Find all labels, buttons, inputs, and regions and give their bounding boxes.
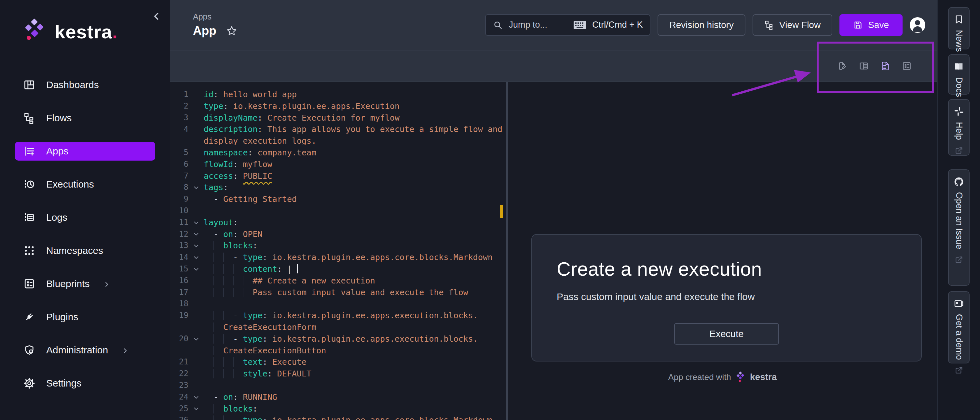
code-text: id: hello_world_app	[204, 89, 297, 100]
fold-chevron-icon[interactable]	[188, 228, 204, 240]
fold-chevron-icon[interactable]	[188, 263, 204, 275]
gutter: 13	[170, 240, 204, 252]
code-line[interactable]: 20 - type: io.kestra.plugin.ee.apps.exec…	[170, 333, 506, 345]
sidebar-item-apps[interactable]: Apps	[15, 142, 155, 160]
code-line[interactable]: 17 Pass custom input value and execute t…	[170, 287, 506, 298]
kestra-app-window: kestra. DashboardsFlowsAppsExecutionsLog…	[0, 0, 980, 420]
sidebar-item-flows[interactable]: Flows	[15, 109, 155, 127]
main-area: Apps App Jump to... Ctrl	[170, 0, 937, 420]
code-line[interactable]: 24 - on: RUNNING	[170, 391, 506, 403]
sidebar-collapse-icon[interactable]	[151, 10, 162, 22]
code-line[interactable]: 8tags:	[170, 182, 506, 193]
sidebar-item-label: Dashboards	[46, 79, 99, 90]
rail-button-open-an-issue[interactable]: Open an Issue	[948, 170, 970, 286]
sidebar-item-administration[interactable]: Administration	[15, 341, 155, 360]
search-placeholder: Jump to...	[509, 20, 547, 30]
file-edit-icon[interactable]	[837, 61, 847, 71]
code-line[interactable]: 21 text: Execute	[170, 356, 506, 368]
gutter: 17	[170, 287, 204, 298]
breadcrumb-parent[interactable]: Apps	[193, 12, 237, 21]
code-line[interactable]: 9 - Getting Started	[170, 193, 506, 205]
sidebar-item-namespaces[interactable]: Namespaces	[15, 241, 155, 260]
gutter: 12	[170, 228, 204, 240]
sidebar-item-logs[interactable]: Logs	[15, 208, 155, 227]
code-line[interactable]: 4description: This app allows you to exe…	[170, 124, 506, 135]
search-icon	[493, 20, 503, 30]
fold-chevron-icon[interactable]	[188, 403, 204, 415]
chevron-right-icon	[121, 347, 129, 355]
code-line[interactable]: 14 - type: io.kestra.plugin.ee.apps.core…	[170, 252, 506, 263]
keyboard-icon	[573, 21, 586, 30]
code-line[interactable]: 19 - type: io.kestra.plugin.ee.apps.exec…	[170, 310, 506, 322]
rail-button-help[interactable]: Help	[948, 99, 970, 156]
code-line[interactable]: 16 ## Create a new execution	[170, 275, 506, 287]
fold-chevron-icon[interactable]	[188, 240, 204, 252]
sidebar-item-plugins[interactable]: Plugins	[15, 307, 155, 326]
save-button[interactable]: Save	[840, 14, 902, 36]
app-preview-panel: Create a new execution Pass custom input…	[508, 82, 937, 420]
code-line[interactable]: 7access: PUBLIC	[170, 170, 506, 182]
gutter	[170, 345, 204, 357]
code-line[interactable]: CreateExecutionButton	[170, 345, 506, 357]
execute-button[interactable]: Execute	[674, 323, 779, 345]
code-line[interactable]: 12 - on: OPEN	[170, 228, 506, 240]
split-view-icon[interactable]	[859, 61, 869, 71]
line-number: 2	[170, 100, 188, 112]
gutter: 25	[170, 403, 204, 415]
line-number: 20	[170, 333, 188, 345]
file-preview-icon[interactable]	[880, 61, 890, 71]
code-line[interactable]: 23	[170, 380, 506, 391]
rail-button-news[interactable]: News	[948, 7, 970, 49]
sidebar-item-label: Flows	[46, 113, 72, 124]
code-line[interactable]: 18	[170, 298, 506, 310]
code-line[interactable]: 3displayName: Create Execution for myflo…	[170, 112, 506, 124]
code-line[interactable]: 6flowId: myflow	[170, 158, 506, 170]
sidebar-item-label: Settings	[46, 378, 81, 389]
fold-chevron-icon[interactable]	[188, 217, 204, 228]
sidebar-item-executions[interactable]: Executions	[15, 175, 155, 194]
code-line[interactable]: 13 blocks:	[170, 240, 506, 252]
line-number: 5	[170, 147, 188, 158]
gutter: 16	[170, 275, 204, 287]
gutter: 24	[170, 391, 204, 403]
code-line[interactable]: 5namespace: company.team	[170, 147, 506, 158]
code-line[interactable]: 2type: io.kestra.plugin.ee.apps.Executio…	[170, 100, 506, 112]
sidebar-item-blueprints[interactable]: Blueprints	[15, 274, 155, 293]
user-avatar[interactable]	[910, 17, 925, 33]
line-number	[170, 345, 188, 357]
fold-chevron-icon[interactable]	[188, 182, 204, 193]
code-line[interactable]: 22 style: DEFAULT	[170, 368, 506, 380]
line-number: 1	[170, 89, 188, 100]
code-line[interactable]: 25 blocks:	[170, 403, 506, 415]
code-line[interactable]: 26 - type: io.kestra.plugin.ee.apps.core…	[170, 414, 506, 420]
code-line[interactable]: 11layout:	[170, 217, 506, 228]
fold-chevron-icon[interactable]	[188, 252, 204, 263]
code-line[interactable]: 15 content: |	[170, 263, 506, 275]
flows-icon	[24, 112, 35, 124]
view-flow-button[interactable]: View Flow	[752, 14, 832, 36]
kestra-logo-icon	[23, 19, 46, 44]
gutter: 8	[170, 182, 204, 193]
gutter	[170, 135, 204, 147]
rail-button-get-a-demo[interactable]: Get a demo	[948, 291, 970, 363]
executions-icon	[24, 179, 35, 190]
code-line[interactable]: 10	[170, 205, 506, 217]
flow-icon	[764, 20, 774, 30]
code-line[interactable]: 1id: hello_world_app	[170, 89, 506, 100]
code-line[interactable]: display execution logs.	[170, 135, 506, 147]
dashboards-icon	[24, 79, 35, 91]
code-text: - on: RUNNING	[204, 391, 277, 403]
rail-button-docs[interactable]: Docs	[948, 54, 970, 95]
code-line[interactable]: CreateExecutionForm	[170, 322, 506, 333]
sidebar-item-dashboards[interactable]: Dashboards	[15, 75, 155, 94]
app-footer: App created with kestra	[508, 372, 937, 383]
yaml-code-editor[interactable]: 1id: hello_world_app2type: io.kestra.plu…	[170, 82, 506, 420]
sidebar-item-settings[interactable]: Settings	[15, 374, 155, 393]
jump-to-search[interactable]: Jump to... Ctrl/Cmd + K	[485, 14, 651, 36]
favorite-star-icon[interactable]	[226, 25, 237, 36]
gutter: 10	[170, 205, 204, 217]
fold-chevron-icon[interactable]	[188, 333, 204, 345]
blocks-view-icon[interactable]	[902, 61, 912, 71]
revision-history-button[interactable]: Revision history	[657, 14, 745, 36]
fold-chevron-icon[interactable]	[188, 391, 204, 403]
